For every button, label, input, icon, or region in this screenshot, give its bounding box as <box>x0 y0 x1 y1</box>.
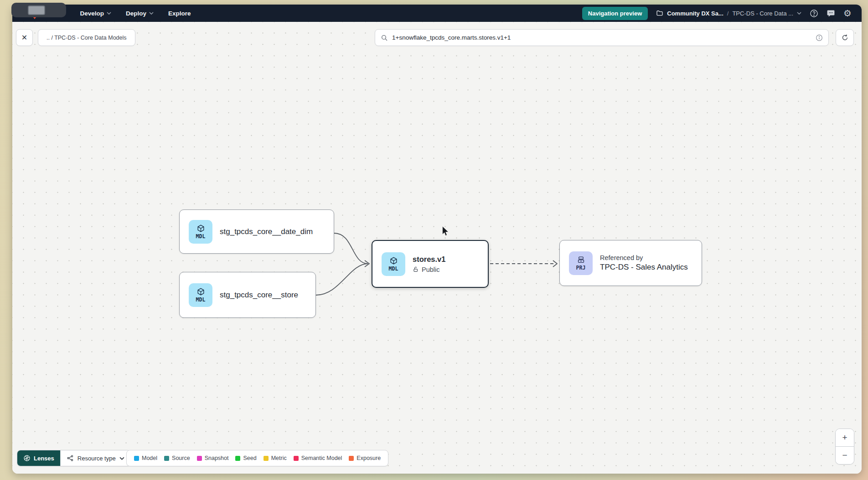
legend-swatch <box>197 456 202 461</box>
node-title: stores.v1 <box>413 255 445 264</box>
legend-swatch <box>349 456 354 461</box>
gear-icon[interactable]: ⚙ <box>843 9 852 18</box>
folder-icon <box>656 10 663 17</box>
legend-item-source: Source <box>164 455 190 461</box>
resource-legend: Model Source Snapshot Seed Metric Semant… <box>126 450 388 466</box>
cube-icon <box>196 287 205 296</box>
legend-label: Metric <box>271 455 287 461</box>
lenses-label: Lenses <box>34 455 54 462</box>
cube-icon <box>196 224 205 233</box>
breadcrumb-separator: / <box>727 10 729 17</box>
node-tpcds-sales-analytics-project[interactable]: PRJ Referenced by TPC-DS - Sales Analyti… <box>559 240 702 286</box>
menu-develop-label: Develop <box>80 10 104 17</box>
legend-swatch <box>294 456 299 461</box>
chevron-down-icon <box>149 12 154 15</box>
cube-icon <box>389 256 398 265</box>
node-stores-v1[interactable]: MDL stores.v1 Public <box>372 240 489 288</box>
node-access-label: Public <box>422 266 440 273</box>
resource-type-icon <box>67 454 74 462</box>
legend-item-snapshot: Snapshot <box>197 455 229 461</box>
menu-explore-label: Explore <box>168 10 191 17</box>
feedback-icon[interactable] <box>827 9 835 18</box>
top-nav: dbt Develop Deploy Explore Navigation pr… <box>12 5 862 22</box>
chevron-down-icon <box>107 12 111 15</box>
edge-arrowhead <box>553 260 557 267</box>
app-window: dbt Develop Deploy Explore Navigation pr… <box>12 5 862 474</box>
node-title: stg_tpcds_core__date_dim <box>220 227 313 236</box>
model-badge: MDL <box>382 252 405 276</box>
legend-label: Model <box>142 455 157 461</box>
project-name: TPC-DS - Core Data ... <box>732 10 793 17</box>
legend-swatch <box>134 456 139 461</box>
legend-item-semantic-model: Semantic Model <box>294 455 342 461</box>
node-referenced-by-label: Referenced by <box>600 254 688 261</box>
legend-item-exposure: Exposure <box>349 455 381 461</box>
badge-label: MDL <box>196 296 206 303</box>
project-breadcrumb[interactable]: Community DX Sa... / TPC-DS - Core Data … <box>656 10 801 17</box>
window-artifact <box>11 3 66 17</box>
node-stg-tpcds-core-store[interactable]: MDL stg_tpcds_core__store <box>179 272 316 318</box>
edge-date-dim-to-stores <box>334 233 368 264</box>
resource-type-label: Resource type <box>78 455 116 462</box>
project-badge: PRJ <box>569 251 593 275</box>
mouse-cursor <box>441 226 450 236</box>
search-icon <box>381 34 388 41</box>
close-lineage-button[interactable]: ✕ <box>16 29 33 46</box>
account-name: Community DX Sa... <box>667 10 723 17</box>
lineage-canvas[interactable]: ✕ .. / TPC-DS - Core Data Models MDL stg… <box>12 22 862 474</box>
legend-label: Source <box>172 455 190 461</box>
archive-icon <box>577 255 585 264</box>
help-icon[interactable] <box>810 9 818 18</box>
model-badge: MDL <box>189 283 212 307</box>
legend-label: Snapshot <box>205 455 229 461</box>
zoom-controls: + − <box>835 429 854 465</box>
close-icon: ✕ <box>21 33 27 42</box>
legend-swatch <box>264 456 269 461</box>
main-menu: Develop Deploy Explore <box>80 10 191 17</box>
legend-label: Semantic Model <box>301 455 342 461</box>
badge-label: PRJ <box>576 265 586 271</box>
edge-arrowhead <box>365 260 369 267</box>
lens-controls: Lenses Resource type <box>17 450 131 466</box>
lenses-button[interactable]: Lenses <box>17 450 60 466</box>
menu-deploy[interactable]: Deploy <box>126 10 154 17</box>
legend-swatch <box>235 456 240 461</box>
model-badge: MDL <box>189 220 212 244</box>
badge-label: MDL <box>389 266 398 272</box>
navigation-preview-badge[interactable]: Navigation preview <box>582 7 648 20</box>
chevron-down-icon <box>119 457 124 460</box>
menu-develop[interactable]: Develop <box>80 10 112 17</box>
legend-item-model: Model <box>134 455 157 461</box>
nav-right-cluster: Navigation preview Community DX Sa... / … <box>582 7 852 20</box>
window-artifact-icon <box>28 5 45 15</box>
badge-label: MDL <box>196 233 206 240</box>
node-project-title: TPC-DS - Sales Analytics <box>600 263 688 272</box>
node-access-row: Public <box>413 266 445 273</box>
lineage-breadcrumb-chip[interactable]: .. / TPC-DS - Core Data Models <box>38 29 135 46</box>
zoom-out-button[interactable]: − <box>836 447 854 464</box>
chevron-down-icon <box>797 12 801 15</box>
refresh-icon <box>841 34 849 41</box>
zoom-in-button[interactable]: + <box>836 429 854 446</box>
legend-item-seed: Seed <box>235 455 256 461</box>
legend-label: Seed <box>243 455 256 461</box>
edge-store-to-stores <box>316 264 368 295</box>
search-input[interactable] <box>392 34 811 41</box>
legend-label: Exposure <box>356 455 381 461</box>
info-icon[interactable] <box>816 34 823 41</box>
legend-item-metric: Metric <box>264 455 287 461</box>
lineage-breadcrumb-label: .. / TPC-DS - Core Data Models <box>46 35 127 41</box>
menu-explore[interactable]: Explore <box>168 10 191 17</box>
node-title: stg_tpcds_core__store <box>220 291 298 300</box>
node-stg-tpcds-core-date-dim[interactable]: MDL stg_tpcds_core__date_dim <box>179 209 334 254</box>
lens-aperture-icon <box>23 454 31 462</box>
legend-swatch <box>164 456 169 461</box>
menu-deploy-label: Deploy <box>126 10 146 17</box>
resource-type-dropdown[interactable]: Resource type <box>60 450 130 466</box>
lock-open-icon <box>413 266 419 273</box>
refresh-lineage-button[interactable] <box>836 29 854 46</box>
lineage-search <box>375 29 829 46</box>
